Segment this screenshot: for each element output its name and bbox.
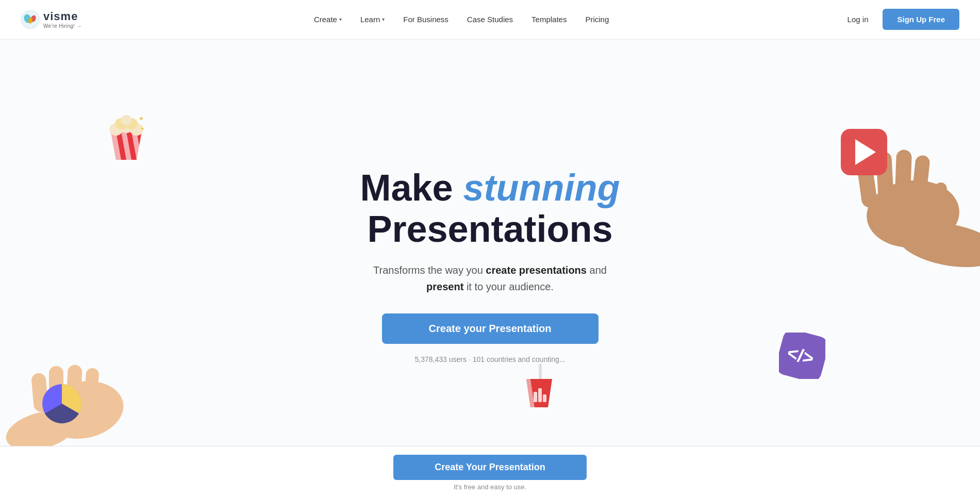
nav-links: Create ▾ Learn ▾ For Business Case Studi… [307, 11, 616, 28]
svg-marker-4 [111, 131, 142, 160]
create-presentation-button[interactable]: Create your Presentation [382, 313, 599, 344]
svg-text:</>: </> [785, 342, 817, 369]
nav-item-for-business[interactable]: For Business [396, 11, 456, 28]
svg-rect-30 [841, 129, 887, 175]
svg-rect-36 [538, 388, 542, 402]
svg-marker-31 [855, 139, 876, 165]
svg-rect-34 [539, 363, 542, 382]
svg-point-10 [130, 123, 143, 136]
svg-marker-6 [121, 131, 131, 160]
svg-rect-20 [66, 365, 82, 409]
svg-rect-29 [922, 180, 949, 219]
nav-item-create[interactable]: Create ▾ [307, 11, 349, 28]
logo[interactable]: visme We're Hiring! → [21, 10, 82, 29]
nav-actions: Log in Sign Up Free [841, 9, 959, 30]
code-badge-decoration: </> [779, 333, 825, 379]
svg-rect-35 [534, 392, 537, 402]
svg-point-13 [121, 115, 132, 125]
svg-rect-32 [779, 333, 825, 379]
svg-rect-25 [856, 160, 878, 208]
hero-title-part1: Make [360, 167, 463, 208]
svg-rect-19 [49, 366, 63, 410]
visme-logo-icon [21, 10, 40, 29]
svg-point-9 [119, 120, 134, 133]
svg-point-11 [115, 118, 127, 129]
nav-item-case-studies[interactable]: Case Studies [460, 11, 520, 28]
svg-rect-28 [911, 155, 930, 203]
hero-title: Make stunning Presentations [258, 168, 722, 249]
svg-text:✦: ✦ [140, 126, 144, 131]
signup-button[interactable]: Sign Up Free [883, 9, 959, 30]
svg-rect-21 [83, 368, 99, 409]
hand-right-decoration [774, 101, 980, 281]
navbar: visme We're Hiring! → Create ▾ Learn ▾ F… [0, 0, 980, 39]
subtitle-bold2: present [426, 281, 463, 292]
svg-rect-18 [31, 373, 48, 412]
logo-tagline: We're Hiring! → [43, 23, 82, 29]
svg-marker-5 [111, 131, 121, 160]
svg-rect-37 [543, 394, 546, 402]
chevron-down-icon: ▾ [382, 16, 385, 22]
login-button[interactable]: Log in [841, 11, 875, 28]
svg-point-3 [28, 18, 32, 23]
svg-rect-26 [876, 151, 894, 203]
nav-item-learn[interactable]: Learn ▾ [353, 11, 392, 28]
svg-marker-7 [131, 131, 142, 160]
popcorn-decoration: ✦ ✦ [103, 106, 150, 162]
subtitle-text2: and [587, 264, 607, 276]
svg-point-22 [42, 384, 81, 423]
hero-title-stunning: stunning [463, 167, 620, 208]
chevron-down-icon: ▾ [339, 16, 342, 22]
svg-rect-27 [895, 150, 912, 202]
subtitle-text3: it to your audience. [463, 281, 554, 292]
hero-section: ✦ ✦ [0, 39, 980, 482]
svg-point-16 [2, 404, 80, 451]
hand-left-decoration [0, 327, 165, 451]
hero-subtitle: Transforms the way you create presentati… [361, 262, 619, 295]
nav-item-pricing[interactable]: Pricing [578, 11, 616, 28]
nav-item-templates[interactable]: Templates [524, 11, 574, 28]
subtitle-bold1: create presentations [486, 264, 587, 276]
svg-point-17 [37, 375, 128, 445]
logo-text: visme We're Hiring! → [43, 10, 82, 29]
svg-point-24 [864, 176, 962, 251]
bottom-bar: Create Your Presentation It's free and e… [0, 446, 980, 482]
svg-text:✦: ✦ [138, 114, 144, 123]
svg-point-23 [895, 216, 980, 274]
create-presentation-bottom-button[interactable]: Create Your Presentation [393, 455, 586, 480]
svg-point-8 [109, 123, 123, 136]
hero-title-part2: Presentations [367, 208, 612, 250]
subtitle-text1: Transforms the way you [373, 264, 486, 276]
svg-point-12 [125, 118, 138, 129]
user-counter: 5,378,433 users · 101 countries and coun… [415, 355, 566, 363]
cup-decoration [521, 363, 557, 410]
logo-name: visme [43, 10, 82, 23]
